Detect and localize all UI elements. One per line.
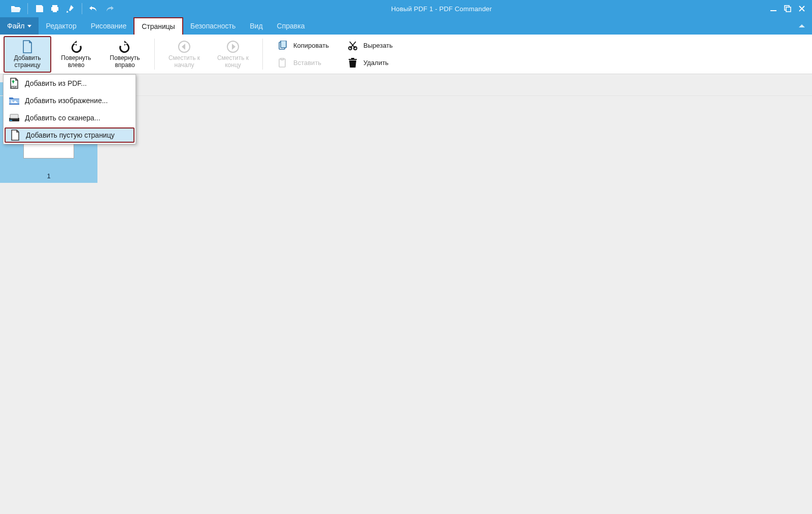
copy-button[interactable]: Копировать	[272, 37, 334, 54]
menu-view-label: Вид	[250, 22, 262, 30]
blank-page-icon	[10, 130, 21, 141]
ribbon-group-move: Сместить к началу Сместить к концу	[157, 35, 260, 74]
svg-rect-8	[281, 58, 284, 60]
svg-rect-14	[10, 114, 18, 118]
add-from-pdf-label: Добавить из PDF...	[25, 79, 87, 87]
rotate-left-l1: Повернуть	[61, 55, 91, 62]
menu-security-label: Безопасность	[190, 22, 235, 30]
svg-rect-0	[770, 10, 776, 11]
add-from-pdf-item[interactable]: PDF Добавить из PDF...	[4, 75, 136, 92]
window-title: Новый PDF 1 - PDF Commander	[117, 5, 766, 13]
collapse-ribbon-button[interactable]	[792, 17, 812, 35]
save-icon[interactable]	[32, 0, 47, 17]
minimize-button[interactable]	[766, 0, 781, 17]
menu-pages[interactable]: Страницы	[133, 17, 183, 35]
menu-drawing-label: Рисование	[91, 22, 127, 30]
maximize-button[interactable]	[781, 0, 795, 17]
copy-label: Копировать	[293, 42, 329, 49]
arrow-left-circle-icon	[178, 40, 191, 54]
rotate-right-icon	[118, 40, 131, 54]
scanner-icon	[9, 114, 20, 122]
menu-help-label: Справка	[277, 22, 305, 30]
separator	[82, 3, 82, 14]
paste-button[interactable]: Вставить	[272, 54, 334, 72]
print-icon[interactable]	[47, 0, 62, 17]
rotate-left-icon	[70, 40, 83, 54]
add-page-l2: страницу	[14, 62, 40, 69]
undo-icon[interactable]	[86, 0, 101, 17]
svg-rect-2	[786, 7, 791, 12]
rotate-left-l2: влево	[68, 62, 85, 69]
trash-icon	[347, 58, 358, 68]
brush-icon[interactable]	[62, 0, 78, 17]
delete-label: Удалить	[363, 59, 389, 67]
svg-text:PDF: PDF	[11, 85, 17, 88]
rotate-right-button[interactable]: Повернуть вправо	[101, 37, 148, 72]
menu-help[interactable]: Справка	[270, 17, 312, 35]
svg-rect-6	[281, 41, 286, 48]
menu-editor[interactable]: Редактор	[39, 17, 83, 35]
rotate-left-button[interactable]: Повернуть влево	[53, 37, 99, 72]
cut-label: Вырезать	[363, 42, 393, 49]
menu-editor-label: Редактор	[46, 22, 76, 30]
move-start-l2: началу	[175, 62, 194, 69]
ribbon-group-clipboard: Копировать Вставить Вырезать Удалить	[265, 35, 405, 74]
menu-view[interactable]: Вид	[243, 17, 269, 35]
open-icon[interactable]	[8, 0, 23, 17]
move-to-start-button[interactable]: Сместить к началу	[161, 37, 208, 72]
close-button[interactable]	[795, 0, 809, 17]
ribbon: Добавить страницу Повернуть влево Поверн…	[0, 35, 812, 74]
menu-file-label: Файл	[7, 22, 24, 30]
ribbon-separator	[154, 39, 155, 70]
arrow-right-circle-icon	[226, 40, 240, 54]
menu-file[interactable]: Файл	[0, 17, 39, 35]
page-number: 1	[47, 172, 50, 180]
ribbon-separator	[262, 39, 263, 70]
menu-drawing[interactable]: Рисование	[84, 17, 134, 35]
delete-button[interactable]: Удалить	[342, 54, 398, 72]
menu-pages-label: Страницы	[142, 22, 175, 30]
rotate-right-l2: вправо	[115, 62, 134, 69]
title-bar: Новый PDF 1 - PDF Commander	[0, 0, 812, 17]
move-end-l1: Сместить к	[217, 55, 249, 62]
page-icon	[22, 40, 33, 54]
paste-icon	[277, 58, 288, 68]
separator	[27, 3, 28, 14]
menu-bar: Файл Редактор Рисование Страницы Безопас…	[0, 17, 812, 35]
cut-button[interactable]: Вырезать	[342, 37, 398, 54]
redo-icon[interactable]	[101, 0, 117, 17]
caret-down-icon	[27, 25, 31, 27]
move-end-l2: концу	[225, 62, 241, 69]
add-page-button[interactable]: Добавить страницу	[4, 37, 51, 72]
copy-icon	[277, 41, 288, 51]
quick-access-toolbar	[0, 0, 117, 17]
move-start-l1: Сместить к	[168, 55, 200, 62]
svg-rect-15	[10, 120, 12, 121]
ribbon-group-pages: Добавить страницу Повернуть влево Поверн…	[0, 35, 152, 74]
pdf-page-icon: PDF	[9, 78, 20, 89]
image-folder-icon	[9, 96, 20, 105]
add-image-label: Добавить изображение...	[25, 97, 108, 105]
add-scanner-label: Добавить со сканера...	[25, 114, 100, 122]
add-page-dropdown: PDF Добавить из PDF... Добавить изображе…	[3, 74, 136, 144]
rotate-right-l1: Повернуть	[110, 55, 140, 62]
menu-security[interactable]: Безопасность	[183, 17, 243, 35]
window-controls	[766, 0, 812, 17]
move-to-end-button[interactable]: Сместить к концу	[210, 37, 256, 72]
scissors-icon	[347, 41, 358, 51]
add-blank-page-label: Добавить пустую страницу	[26, 131, 115, 139]
add-scanner-item[interactable]: Добавить со сканера...	[4, 109, 136, 126]
paste-label: Вставить	[293, 59, 321, 67]
add-image-item[interactable]: Добавить изображение...	[4, 92, 136, 109]
add-blank-page-item[interactable]: Добавить пустую страницу	[5, 127, 134, 143]
add-page-l1: Добавить	[14, 55, 41, 62]
